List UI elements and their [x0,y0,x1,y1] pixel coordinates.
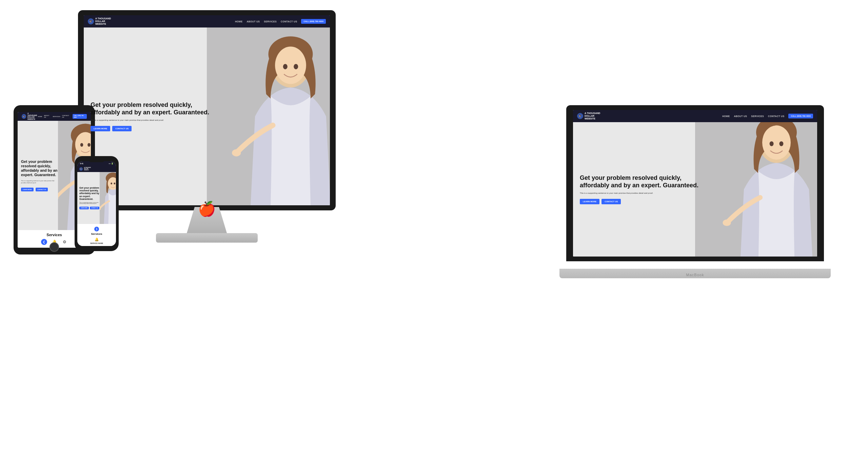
iphone-contact-us-btn[interactable]: CONTACT US [90,207,99,209]
iphone-device: 9:41 ▪▪▪ 🔋 🦅 A THOUSAND DOLLAR [75,156,119,251]
svg-point-10 [762,126,791,160]
imac-hero-text: Get your problem resolved quickly, affor… [84,95,226,138]
macbook-nav: 🦅 A THOUSAND DOLLAR WEBSITE HOME ABOUT U… [573,110,817,122]
iphone-learn-more-btn[interactable]: LEARN MORE [79,207,89,209]
iphone-hero-image [100,172,116,224]
ipad-learn-more-btn[interactable]: LEARN MORE [21,188,34,191]
imac-screen-inner: 🦅 A THOUSAND DOLLAR WEBSITE HOME ABOUT U… [84,15,330,205]
macbook-device: 🦅 A THOUSAND DOLLAR WEBSITE HOME ABOUT U… [566,105,824,278]
iphone-logo-icon: 🦅 [79,167,83,171]
macbook-logo-line2: DOLLAR [585,115,600,117]
imac-nav-about[interactable]: ABOUT US [246,20,260,23]
iphone-body: 9:41 ▪▪▪ 🔋 🦅 A THOUSAND DOLLAR [75,156,119,251]
svg-point-12 [779,141,783,146]
svg-point-4 [283,64,288,69]
imac-nav-cta[interactable]: CALL (608) 790-4000 [301,19,326,24]
imac-nav-services[interactable]: SERVICES [264,20,277,23]
ipad-nav-home[interactable]: HOME [38,116,42,117]
macbook-nav-cta[interactable]: CALL (608) 790-4000 [788,114,813,118]
iphone-battery-icon: 🔋 [111,163,113,165]
macbook-learn-more-btn[interactable]: LEARN MORE [580,199,599,204]
iphone-hero-buttons: LEARN MORE CONTACT US [79,207,99,209]
imac-hero-buttons: LEARN MORE CONTACT US [91,126,220,131]
svg-point-11 [770,141,774,146]
svg-point-6 [232,149,241,156]
imac-website: 🦅 A THOUSAND DOLLAR WEBSITE HOME ABOUT U… [84,15,330,205]
ipad-nav-contact[interactable]: CONTACT US [62,115,71,118]
macbook-contact-us-btn[interactable]: CONTACT US [601,199,621,204]
imac-apple-logo: 🍎 [198,201,216,217]
ipad-contact-us-btn[interactable]: CONTACT US [36,188,48,191]
macbook-nav-logo: 🦅 A THOUSAND DOLLAR WEBSITE [577,112,600,120]
svg-point-26 [114,183,116,184]
imac-hero: Get your problem resolved quickly, affor… [84,27,330,205]
iphone-time: 9:41 [80,163,83,165]
imac-nav-home[interactable]: HOME [235,20,242,23]
macbook-logo-line1: A THOUSAND [585,112,600,115]
iphone-hero-text: Get your problem resolved quickly, affor… [77,185,101,212]
iphone-services-title: Services [79,232,114,235]
ipad-nav-logo: 🦅 A THOUSAND DOLLAR WEBSITE [22,113,38,120]
iphone-nav-logo: 🦅 A THOUSAND DOLLAR WEBSITE [79,167,91,171]
imac-base [156,233,258,243]
iphone-logo-line3: WEBSITE [84,170,91,171]
imac-logo-line1: A THOUSAND [95,17,111,20]
imac-contact-us-btn[interactable]: CONTACT US [112,126,132,131]
macbook-logo-icon: 🦅 [577,113,583,119]
ipad-hero-heading: Get your problem resolved quickly, affor… [21,159,58,177]
ipad-nav-services[interactable]: SERVICES [53,116,60,117]
macbook-hero-subtext: This is a supporting sentence to your ma… [580,192,708,194]
imac-logo-icon: 🦅 [88,18,94,24]
imac-learn-more-btn[interactable]: LEARN MORE [91,126,110,131]
imac-nav: 🦅 A THOUSAND DOLLAR WEBSITE HOME ABOUT U… [84,15,330,27]
scene: 🦅 A THOUSAND DOLLAR WEBSITE HOME ABOUT U… [0,0,868,453]
iphone-service-icon-1: 🔔 [94,237,99,242]
iphone-services: ❯ Services 🔔 SERVICE NAME [77,224,116,246]
macbook-bottom: MacBook [559,269,831,278]
iphone-nav: 🦅 A THOUSAND DOLLAR WEBSITE [77,166,116,172]
imac-hero-heading: Get your problem resolved quickly, affor… [91,101,220,116]
ipad-logo-icon: 🦅 [22,114,26,119]
svg-point-19 [87,143,91,147]
macbook-nav-services[interactable]: SERVICES [751,115,764,117]
svg-point-18 [80,143,83,147]
macbook-label: MacBook [686,273,704,277]
iphone-service-name: SERVICE NAME [79,242,114,244]
iphone-notch [89,159,104,162]
ipad-logo-line3: WEBSITE [27,118,38,120]
ipad-home-button[interactable] [50,242,59,252]
macbook-nav-home[interactable]: HOME [722,115,730,117]
imac-hero-subtext: This is a supporting sentence to your ma… [91,119,220,121]
macbook-hero-buttons: LEARN MORE CONTACT US [580,199,708,204]
imac-nav-contact[interactable]: CONTACT US [281,20,297,23]
macbook-nav-contact[interactable]: CONTACT US [768,115,784,117]
imac-logo-line3: WEBSITE [95,23,111,25]
macbook-logo-line3: WEBSITE [585,117,600,120]
macbook-screen-outer: 🦅 A THOUSAND DOLLAR WEBSITE HOME ABOUT U… [566,105,824,261]
iphone-woman-svg [100,172,116,224]
macbook-nav-about[interactable]: ABOUT US [734,115,747,117]
ipad-nav-links: HOME ABOUT US SERVICES CONTACT US CALL (… [38,114,87,119]
ipad-hero-buttons: LEARN MORE CONTACT US [21,188,58,191]
ipad-hero-text: Get your problem resolved quickly, affor… [18,156,62,195]
iphone-hero-subtext: This is a supporting sentence to your ma… [79,202,99,205]
ipad-nav: 🦅 A THOUSAND DOLLAR WEBSITE HOME ABOUT U… [18,112,91,121]
ipad-nav-about[interactable]: ABOUT US [44,115,51,118]
svg-point-13 [723,220,731,226]
imac-logo-line2: DOLLAR [95,20,111,23]
macbook-nav-links: HOME ABOUT US SERVICES CONTACT US CALL (… [722,114,813,118]
macbook-hero-text: Get your problem resolved quickly, affor… [573,168,715,211]
macbook-screen-inner: 🦅 A THOUSAND DOLLAR WEBSITE HOME ABOUT U… [573,110,817,257]
iphone-hero: Get your problem resolved quickly, affor… [77,172,116,224]
ipad-hero-subtext: This is a supporting sentence to your ma… [21,180,58,184]
iphone-hero-heading: Get your problem resolved quickly, affor… [79,187,99,201]
macbook-hero: Get your problem resolved quickly, affor… [573,122,817,257]
svg-point-3 [275,46,306,84]
ipad-service-icon-2: ⚙ [61,239,67,245]
macbook-hero-heading: Get your problem resolved quickly, affor… [580,174,708,189]
macbook-website: 🦅 A THOUSAND DOLLAR WEBSITE HOME ABOUT U… [573,110,817,257]
imac-nav-links: HOME ABOUT US SERVICES CONTACT US CALL (… [235,19,326,24]
imac-nav-logo: 🦅 A THOUSAND DOLLAR WEBSITE [88,17,111,25]
iphone-signal-icon: ▪▪▪ [109,163,111,165]
ipad-chevron-icon: ❮ [41,239,47,245]
